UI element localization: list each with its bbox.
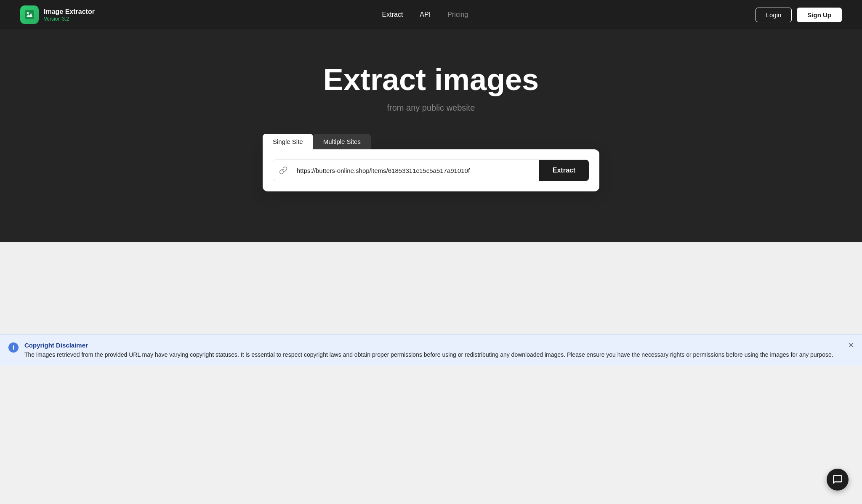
hero-title: Extract images bbox=[323, 63, 539, 96]
disclaimer-content: Copyright Disclaimer The images retrieve… bbox=[24, 342, 842, 359]
tab-single-site[interactable]: Single Site bbox=[263, 134, 313, 149]
brand-version: Version 3.2 bbox=[44, 16, 95, 22]
nav-pricing[interactable]: Pricing bbox=[447, 11, 468, 19]
url-input-row: Extract bbox=[273, 159, 589, 181]
tab-multiple-sites[interactable]: Multiple Sites bbox=[313, 134, 371, 149]
login-button[interactable]: Login bbox=[756, 8, 792, 22]
svg-rect-0 bbox=[25, 10, 34, 19]
disclaimer-title: Copyright Disclaimer bbox=[24, 342, 842, 349]
brand-text: Image Extractor Version 3.2 bbox=[44, 8, 95, 21]
brand-name: Image Extractor bbox=[44, 8, 95, 16]
brand-area: Image Extractor Version 3.2 bbox=[20, 5, 95, 24]
url-input[interactable] bbox=[293, 160, 539, 181]
content-section bbox=[0, 242, 862, 334]
hero-section: Extract images from any public website S… bbox=[0, 29, 862, 242]
logo-icon bbox=[20, 5, 39, 24]
disclaimer-banner: i Copyright Disclaimer The images retrie… bbox=[0, 334, 862, 366]
tabs-row: Single Site Multiple Sites bbox=[263, 134, 599, 149]
disclaimer-close-button[interactable]: × bbox=[849, 341, 854, 349]
disclaimer-text: The images retrieved from the provided U… bbox=[24, 350, 842, 359]
extractor-wrapper: Single Site Multiple Sites Extract bbox=[263, 134, 599, 191]
svg-point-1 bbox=[27, 12, 29, 14]
auth-buttons: Login Sign Up bbox=[756, 8, 842, 22]
chat-button[interactable] bbox=[827, 469, 849, 491]
nav-extract[interactable]: Extract bbox=[382, 11, 403, 19]
nav-api[interactable]: API bbox=[420, 11, 431, 19]
disclaimer-info-icon: i bbox=[8, 342, 19, 353]
link-icon bbox=[273, 166, 293, 175]
hero-subtitle: from any public website bbox=[387, 103, 475, 113]
nav-links: Extract API Pricing bbox=[382, 11, 468, 19]
extract-button[interactable]: Extract bbox=[539, 160, 589, 181]
navbar: Image Extractor Version 3.2 Extract API … bbox=[0, 0, 862, 29]
signup-button[interactable]: Sign Up bbox=[797, 8, 842, 22]
extractor-card: Extract bbox=[263, 149, 599, 191]
